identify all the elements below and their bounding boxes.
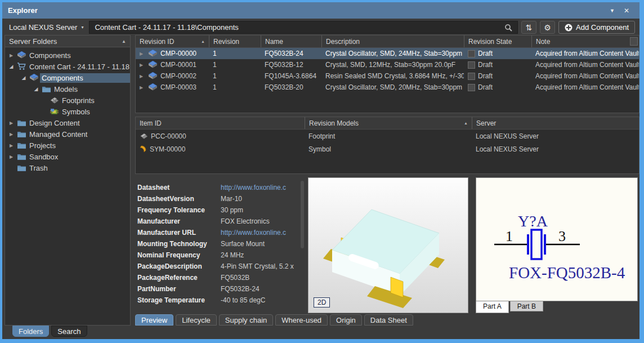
expand-icon[interactable]: ▶ [140, 63, 145, 68]
tab-data-sheet[interactable]: Data Sheet [364, 314, 413, 326]
titlebar: Explorer ▼ ✕ [2, 2, 639, 19]
component-icon [15, 51, 28, 59]
footprint-icon [48, 97, 60, 104]
revisions-table: Revision ID ▲ Revision Name Description … [135, 35, 639, 113]
column-note[interactable]: Note [531, 35, 639, 47]
table-row[interactable]: ▶ CMP-00000 1 FQ5032B-24 Crystal Oscilla… [136, 48, 639, 59]
sidebar-item-components[interactable]: ▶ Components [5, 50, 130, 61]
folder-icon [15, 164, 28, 171]
state-checkbox[interactable] [468, 84, 475, 91]
expand-icon[interactable]: ▶ [140, 51, 145, 56]
datasheet-link[interactable]: http://www.foxonline.c [221, 184, 305, 191]
main-area: Revision ID ▲ Revision Name Description … [135, 35, 639, 326]
tab-supply-chain[interactable]: Supply chain [219, 314, 273, 326]
table-row[interactable]: SYM-00000 Symbol Local NEXUS Server [136, 142, 639, 155]
table-row[interactable]: PCC-00000 Footprint Local NEXUS Server [136, 130, 639, 142]
sidebar-item-symbols[interactable]: Symbols [5, 106, 130, 117]
expand-icon[interactable]: ▶ [7, 154, 15, 159]
collapse-icon[interactable]: ◢ [32, 86, 40, 92]
column-revision-id[interactable]: Revision ID ▲ [136, 35, 209, 47]
manufacturer-link[interactable]: http://www.foxonline.c [221, 229, 305, 237]
part-name-label: FOX-FQ5032B-4 [509, 264, 625, 282]
sidebar-item-footprints[interactable]: Footprints [5, 95, 130, 106]
refresh-button[interactable]: ⇅ [521, 21, 536, 34]
state-checkbox[interactable] [468, 73, 475, 80]
symbol-item-icon [140, 145, 147, 153]
table-row[interactable]: ▶ CMP-00002 1 FQ1045A-3.6864 Resin Seale… [136, 70, 639, 82]
explorer-panel: Explorer ▼ ✕ Local NEXUS Server ▾ Conten… [0, 0, 644, 343]
column-description[interactable]: Description [321, 35, 464, 47]
settings-button[interactable]: ⚙ [540, 21, 555, 34]
panel-title: Explorer [8, 6, 38, 15]
close-icon[interactable]: ✕ [619, 6, 634, 16]
tab-preview[interactable]: Preview [135, 314, 173, 326]
server-folders-panel: Server Folders ▲ ▶ Components ◢ Content … [5, 35, 131, 326]
component-icon [28, 74, 40, 82]
shopping-cart-icon [15, 63, 28, 70]
footprint-3d-viewer[interactable]: 2D [308, 177, 468, 313]
scrollbar[interactable] [301, 181, 304, 248]
server-selector[interactable]: Local NEXUS Server ▾ [7, 23, 86, 32]
expand-icon[interactable]: ▶ [7, 143, 15, 148]
tab-where-used[interactable]: Where-used [275, 314, 328, 326]
expand-icon[interactable]: ▶ [140, 85, 145, 90]
2d-mode-button[interactable]: 2D [314, 297, 330, 308]
expand-icon[interactable]: ▶ [7, 53, 15, 58]
parameters-list: Datasheethttp://www.foxonline.c Datashee… [135, 177, 305, 313]
expand-icon[interactable]: ▶ [140, 74, 145, 79]
collapse-icon[interactable]: ◢ [20, 75, 28, 81]
tab-lifecycle[interactable]: Lifecycle [176, 314, 217, 326]
crystal-3d-model [308, 178, 468, 313]
toolbar: Local NEXUS Server ▾ Content Cart - 24.1… [2, 19, 639, 36]
chevron-down-icon: ▾ [81, 25, 83, 30]
add-component-button[interactable]: Add Component [558, 21, 635, 34]
tab-search[interactable]: Search [51, 326, 87, 337]
component-icon [148, 72, 158, 80]
expand-icon[interactable]: ▶ [7, 132, 15, 137]
sidebar-item-models[interactable]: ◢ Models [5, 83, 130, 95]
tab-origin[interactable]: Origin [330, 314, 362, 326]
column-name[interactable]: Name [261, 35, 321, 47]
sidebar-item-projects[interactable]: ▶ Projects [5, 140, 130, 151]
panel-mode-tabs: Folders Search [5, 326, 87, 339]
plus-circle-icon [565, 24, 573, 32]
folder-icon [15, 119, 28, 126]
breadcrumb-field[interactable]: Content Cart - 24.11.17 - 11.18\Componen… [89, 21, 518, 34]
tab-part-a[interactable]: Part A [476, 301, 509, 313]
column-server[interactable]: Server [472, 117, 639, 129]
tab-part-b[interactable]: Part B [510, 301, 543, 311]
sidebar-item-content-cart[interactable]: ◢ Content Cart - 24.11.17 - 11.18 [5, 61, 130, 72]
state-checkbox[interactable] [468, 50, 475, 57]
footprint-icon [140, 133, 148, 140]
symbol-preview: 1 3 Y?A FOX-FQ5032B-4 Part A Part B [476, 177, 638, 313]
sidebar-item-sandbox[interactable]: ▶ Sandbox [5, 151, 130, 162]
folder-icon [15, 131, 28, 137]
server-folders-header: Server Folders ▲ [5, 35, 130, 47]
column-revision[interactable]: Revision [209, 35, 261, 47]
symbol-icon [48, 108, 60, 115]
tab-folders[interactable]: Folders [12, 326, 49, 337]
search-icon[interactable] [504, 24, 512, 32]
collapse-icon[interactable]: ◢ [7, 64, 15, 69]
sidebar-item-managed-content[interactable]: ▶ Managed Content [5, 128, 130, 140]
models-table: Item ID Revision Models ▲ Server PCC-000… [135, 117, 639, 174]
expand-icon[interactable]: ▶ [7, 121, 15, 126]
part-tabs: Part A Part B [476, 301, 638, 313]
table-row[interactable]: ▶ CMP-00003 1 FQ5032B-20 Crystal Oscilla… [136, 82, 639, 93]
column-chooser-button[interactable] [630, 37, 638, 46]
column-revision-models[interactable]: Revision Models ▲ [305, 117, 472, 129]
column-revision-state[interactable]: Revision State [464, 35, 531, 47]
scroll-up-icon[interactable]: ▲ [122, 39, 126, 44]
table-row[interactable]: ▶ CMP-00001 1 FQ5032B-12 Crystal, SMD, 1… [136, 59, 639, 70]
sidebar-item-components-selected[interactable]: ◢ Components [5, 72, 130, 83]
sidebar-item-trash[interactable]: Trash [5, 162, 130, 173]
view-tabs: Preview Lifecycle Supply chain Where-use… [135, 314, 639, 326]
sidebar-item-design-content[interactable]: ▶ Design Content [5, 117, 130, 128]
folder-tree: ▶ Components ◢ Content Cart - 24.11.17 -… [5, 47, 130, 173]
component-icon [148, 50, 158, 57]
gear-icon: ⚙ [544, 24, 551, 32]
panel-menu-dropdown-icon[interactable]: ▼ [605, 7, 619, 15]
column-item-id[interactable]: Item ID [136, 117, 305, 129]
symbol-canvas: 1 3 Y?A FOX-FQ5032B-4 [476, 177, 638, 301]
state-checkbox[interactable] [468, 61, 475, 69]
